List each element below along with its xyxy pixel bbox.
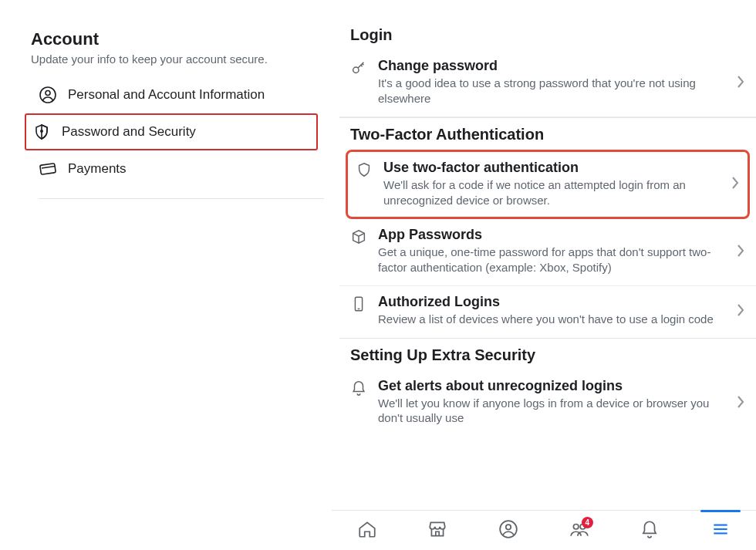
- card-icon: [39, 160, 57, 178]
- svg-line-4: [42, 167, 55, 169]
- bell-icon: [350, 380, 367, 396]
- row-use-2fa[interactable]: Use two-factor authentication We'll ask …: [346, 150, 750, 219]
- account-sidebar: Account Update your info to keep your ac…: [0, 0, 332, 550]
- chevron-right-icon: [736, 244, 745, 261]
- sidebar-item-password-security[interactable]: Password and Security: [25, 113, 318, 150]
- sidebar-item-label: Password and Security: [62, 124, 196, 140]
- svg-point-2: [41, 130, 42, 132]
- row-desc: We'll let you know if anyone logs in fro…: [378, 396, 728, 426]
- chevron-right-icon: [731, 176, 740, 193]
- notifications-icon: [640, 519, 660, 542]
- row-title: App Passwords: [378, 227, 728, 243]
- row-desc: It's a good idea to use a strong passwor…: [378, 76, 728, 106]
- key-icon: [350, 59, 367, 76]
- row-app-passwords[interactable]: App Passwords Get a unique, one-time pas…: [339, 219, 756, 286]
- section-title-login: Login: [339, 19, 756, 50]
- chevron-right-icon: [736, 303, 745, 320]
- row-title: Authorized Logins: [378, 294, 728, 310]
- phone-icon: [350, 295, 367, 312]
- svg-rect-3: [40, 164, 56, 175]
- chevron-right-icon: [736, 75, 745, 92]
- sidebar-item-label: Personal and Account Information: [68, 87, 265, 103]
- box-icon: [350, 228, 367, 245]
- tab-menu[interactable]: [704, 515, 737, 546]
- chevron-right-icon: [736, 395, 745, 412]
- shield-outline-icon: [356, 161, 373, 178]
- svg-point-9: [506, 525, 511, 530]
- bottom-tab-bar: 4: [332, 510, 756, 550]
- sidebar-item-payments[interactable]: Payments: [31, 150, 318, 187]
- row-desc: Review a list of devices where you won't…: [378, 312, 728, 327]
- tab-notifications[interactable]: [633, 515, 667, 546]
- sidebar-divider: [39, 198, 324, 199]
- row-authorized-logins[interactable]: Authorized Logins Review a list of devic…: [339, 286, 756, 338]
- section-title-2fa: Two-Factor Authentication: [339, 118, 756, 150]
- home-icon: [357, 519, 377, 542]
- row-title: Use two-factor authentication: [383, 160, 723, 176]
- svg-point-10: [573, 524, 579, 529]
- account-heading: Account: [31, 29, 318, 49]
- sidebar-item-personal-info[interactable]: Personal and Account Information: [31, 76, 318, 113]
- row-desc: We'll ask for a code if we notice an att…: [383, 177, 723, 208]
- person-circle-icon: [39, 86, 57, 104]
- marketplace-icon: [427, 519, 447, 542]
- profile-icon: [498, 519, 518, 542]
- svg-point-5: [353, 67, 359, 73]
- sidebar-item-label: Payments: [68, 161, 127, 177]
- tab-groups[interactable]: 4: [562, 515, 596, 546]
- section-title-extra-security: Setting Up Extra Security: [339, 339, 756, 370]
- tab-marketplace[interactable]: [420, 515, 454, 546]
- shield-icon: [32, 123, 51, 141]
- row-desc: Get a unique, one-time password for apps…: [378, 245, 728, 275]
- row-title: Get alerts about unrecognized logins: [378, 378, 728, 394]
- row-login-alerts[interactable]: Get alerts about unrecognized logins We'…: [339, 370, 756, 437]
- tab-profile[interactable]: [491, 515, 525, 546]
- tab-home[interactable]: [350, 515, 384, 546]
- security-settings-panel: Login Change password It's a good idea t…: [332, 0, 756, 550]
- account-subtitle: Update your info to keep your account se…: [31, 52, 318, 66]
- tab-badge: 4: [582, 517, 593, 528]
- menu-icon: [710, 519, 731, 542]
- row-title: Change password: [378, 58, 728, 74]
- row-change-password[interactable]: Change password It's a good idea to use …: [339, 50, 756, 117]
- svg-point-1: [46, 91, 50, 96]
